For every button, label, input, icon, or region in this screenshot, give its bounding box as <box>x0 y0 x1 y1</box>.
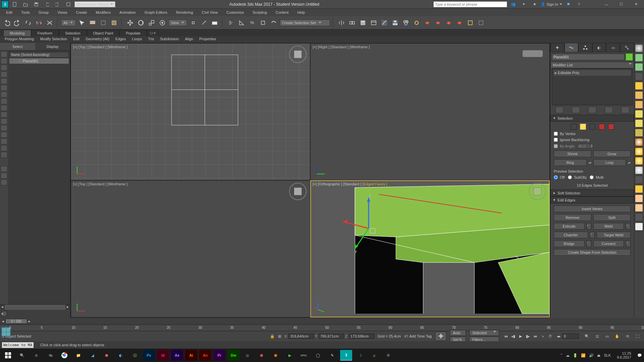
ae-icon[interactable]: Ae <box>171 350 183 361</box>
insert-vertex-button[interactable]: Insert Vertex <box>554 205 631 212</box>
timeslider-right-icon[interactable]: ▸ <box>29 319 31 323</box>
se-scroll-right-icon[interactable]: ▸ <box>65 305 70 310</box>
subobj-vertex-icon[interactable] <box>571 124 577 130</box>
explorer-icon[interactable] <box>369 18 378 27</box>
se-filter-bone-icon[interactable] <box>1 92 7 98</box>
cmd-tab-utility-icon[interactable]: 🔧 <box>620 43 634 52</box>
angle-spinner[interactable]: ▴▾ <box>577 144 593 148</box>
pivot-icon[interactable] <box>189 18 198 27</box>
cmd-tab-hierarchy-icon[interactable] <box>578 43 592 52</box>
bridge-button[interactable]: Bridge <box>554 240 585 247</box>
rollout-softsel-header[interactable]: ▸ Soft Selection <box>550 189 634 196</box>
side-tool-8-icon[interactable] <box>635 110 643 118</box>
time-config-icon[interactable]: ⏱ <box>547 333 553 340</box>
app6-icon[interactable]: ⬣ <box>256 350 268 361</box>
redo-icon[interactable] <box>53 0 62 9</box>
ribbon-tab-freeform[interactable]: Freeform <box>31 30 59 36</box>
side-tool-4-icon[interactable] <box>635 72 643 80</box>
minimize-button[interactable]: — <box>600 1 613 8</box>
next-frame-icon[interactable]: ▮▸ <box>525 333 531 340</box>
tray-cloud-icon[interactable]: ☁ <box>566 353 570 358</box>
by-vertex-checkbox[interactable]: By Vertex <box>554 132 631 136</box>
viewcube-bl[interactable] <box>289 183 307 200</box>
connect-settings-icon[interactable]: ▫ <box>626 240 631 247</box>
se-filter-c-icon[interactable] <box>1 138 7 144</box>
menu-group[interactable]: Group <box>35 9 52 15</box>
menu-grapheditors[interactable]: Graph Editors <box>141 9 171 15</box>
app-icon[interactable]: 3 <box>1 1 9 8</box>
animate-big-button[interactable]: ✚ <box>435 331 446 341</box>
explorer-tb-icon[interactable]: 📁 <box>72 350 85 361</box>
ribbon-sub-modifysel[interactable]: Modify Selection <box>37 36 70 43</box>
stack-unique-icon[interactable] <box>588 107 596 113</box>
maximize-button[interactable]: ☐ <box>614 1 628 8</box>
se-filter-light-icon[interactable] <box>1 65 7 71</box>
by-angle-checkbox[interactable]: By Angle: <box>554 144 575 148</box>
preview-multi-radio[interactable]: Multi <box>590 175 603 179</box>
placement-tool-icon[interactable] <box>158 18 167 27</box>
preview-off-radio[interactable]: Off <box>554 175 565 179</box>
extrude-settings-icon[interactable]: ▫ <box>587 223 591 230</box>
bind-icon[interactable] <box>45 18 54 27</box>
se-expand-icon[interactable]: ▸ <box>1 311 7 316</box>
create-shape-button[interactable]: Create Shape From Selection <box>554 249 631 256</box>
play-icon[interactable]: ▶ <box>517 333 524 340</box>
side-tool-12-icon[interactable] <box>635 147 643 156</box>
side-tool-13-icon[interactable] <box>635 157 643 165</box>
side-tool-15-icon[interactable] <box>635 176 643 184</box>
subobj-poly-icon[interactable] <box>599 124 605 130</box>
ribbon-sub-properties[interactable]: Properties <box>197 36 219 43</box>
ai-icon[interactable]: Ai <box>185 350 197 361</box>
scale-tool-icon[interactable] <box>147 18 156 27</box>
app10-icon[interactable]: ✎ <box>326 350 338 361</box>
ribbon-sub-edit[interactable]: Edit <box>70 36 82 43</box>
menu-views[interactable]: Views <box>54 9 70 15</box>
side-tool-1-icon[interactable] <box>635 44 643 52</box>
cmd-tab-motion-icon[interactable]: ◐ <box>592 43 606 52</box>
3dsmax-tb-icon[interactable]: 3 <box>340 350 352 361</box>
nav-fov-icon[interactable]: ▭ <box>602 331 612 341</box>
se-filter-frozen-icon[interactable] <box>1 118 7 124</box>
render-setup-icon[interactable] <box>412 18 421 27</box>
lock-icon[interactable]: 🔒 <box>270 334 275 339</box>
rotate-tool-icon[interactable] <box>136 18 146 27</box>
chamfer-settings-icon[interactable]: ▫ <box>590 232 595 238</box>
stack-show-icon[interactable] <box>572 107 580 113</box>
snap-3-icon[interactable]: 3⌐ <box>226 18 235 27</box>
side-tool-10-icon[interactable] <box>635 129 643 137</box>
subobj-border-icon[interactable] <box>589 124 595 130</box>
ribbon-expand-icon[interactable]: ⬭ ▾ <box>147 29 159 36</box>
split-button[interactable]: Split <box>593 214 631 221</box>
open-icon[interactable] <box>21 0 30 9</box>
app12-icon[interactable]: ⛨ <box>382 350 394 361</box>
menu-scripting[interactable]: Scripting <box>249 9 270 15</box>
ribbon-tab-modeling[interactable]: Modeling <box>3 30 31 36</box>
project-icon[interactable] <box>64 0 73 9</box>
render-frame-icon[interactable]: 🫖 <box>423 18 432 27</box>
se-column-header[interactable]: Name (Sorted Ascending) <box>9 52 69 58</box>
render-iter-icon[interactable]: 🫖 <box>455 18 464 27</box>
menu-help[interactable]: Help <box>294 9 308 15</box>
se-scroll-left-icon[interactable]: ◂ <box>0 305 5 310</box>
side-tool-5-icon[interactable] <box>635 82 643 90</box>
ribbon-sub-polymodeling[interactable]: Polygon Modeling <box>2 36 37 43</box>
angle-snap-icon[interactable] <box>237 18 246 27</box>
se-filter-d-icon[interactable] <box>1 145 7 151</box>
vp-tl-label[interactable]: [+] [Top ] [Standard ] [Wireframe ] <box>73 45 127 49</box>
mirror-icon[interactable] <box>337 18 346 27</box>
redo-tool-icon[interactable] <box>13 18 22 27</box>
menu-animation[interactable]: Animation <box>116 9 139 15</box>
manipulate-icon[interactable] <box>199 18 209 27</box>
epic-icon[interactable]: EPIC <box>298 350 310 361</box>
an-icon[interactable]: An <box>199 350 211 361</box>
material-editor-icon[interactable] <box>401 18 411 27</box>
nav-zoom-icon[interactable]: 🔍 <box>582 331 592 341</box>
shrink-button[interactable]: Shrink <box>554 150 591 157</box>
ribbon-sub-loops[interactable]: Loops <box>129 36 145 43</box>
undo-icon[interactable] <box>42 0 52 9</box>
select-name-icon[interactable] <box>88 18 97 27</box>
stack-pin-icon[interactable] <box>555 107 564 113</box>
side-tool-19-icon[interactable] <box>635 213 643 221</box>
ignore-backfacing-checkbox[interactable]: Ignore Backfacing <box>554 138 631 142</box>
id-icon[interactable]: Id <box>157 350 169 361</box>
